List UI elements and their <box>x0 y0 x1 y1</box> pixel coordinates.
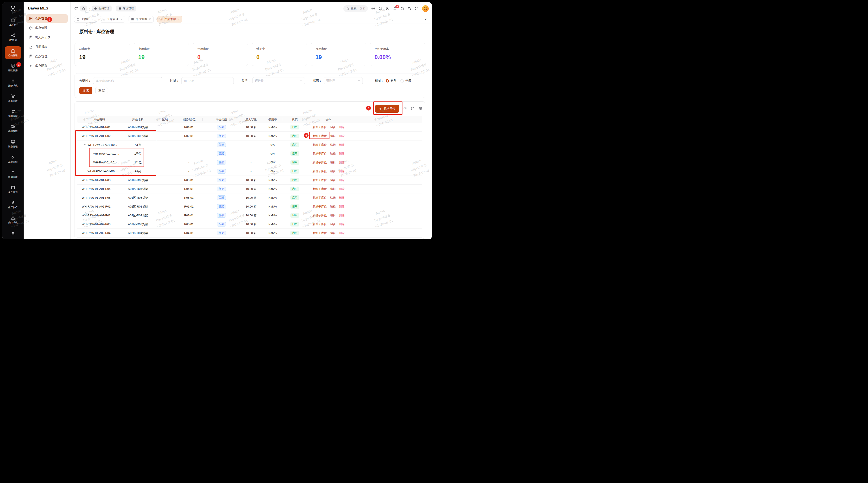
sidebar-item[interactable]: 出入库记录 <box>26 33 68 42</box>
delete-link[interactable]: 删除 <box>339 196 344 200</box>
edit-link[interactable]: 编辑 <box>330 125 336 129</box>
notifications-icon[interactable]: 6 <box>393 7 397 10</box>
edit-link[interactable]: 编辑 <box>330 205 336 209</box>
edit-link[interactable]: 编辑 <box>330 143 336 147</box>
breadcrumb-separator: › <box>89 7 90 10</box>
type-select[interactable]: 请选择 <box>252 77 305 84</box>
tab[interactable]: 库位管理 <box>157 16 182 23</box>
add-child-link[interactable]: 新增子库位 <box>312 134 327 138</box>
add-child-link[interactable]: 新增子库位 <box>312 152 327 156</box>
delete-link[interactable]: 删除 <box>339 170 344 173</box>
edit-link[interactable]: 编辑 <box>330 134 336 138</box>
delete-link[interactable]: 删除 <box>339 187 344 191</box>
add-location-button[interactable]: 新增库位 <box>375 105 399 113</box>
keyword-input[interactable] <box>93 77 162 84</box>
rail-item[interactable]: 采购管理 <box>5 91 21 106</box>
add-child-link[interactable]: 新增子库位 <box>312 178 327 182</box>
add-child-link[interactable]: 新增子库位 <box>312 143 327 147</box>
edit-link[interactable]: 编辑 <box>330 178 336 182</box>
refresh-table-icon[interactable] <box>403 107 407 111</box>
tab-close-icon[interactable] <box>177 18 180 21</box>
rail-item[interactable]: 培训管理 <box>5 167 21 182</box>
tab[interactable]: 仓库管理 <box>100 16 125 23</box>
add-child-link[interactable]: 新增子库位 <box>312 187 327 191</box>
rail-item[interactable]: 溯源系统 <box>5 76 21 91</box>
add-child-link[interactable]: 新增子库位 <box>312 222 327 226</box>
delete-link[interactable]: 删除 <box>339 205 344 209</box>
sidebar-item[interactable]: 库存配置 <box>26 62 68 70</box>
expand-caret-icon[interactable] <box>78 135 80 137</box>
view-radio[interactable]: 列表 <box>401 79 411 83</box>
edit-link[interactable]: 编辑 <box>330 231 336 235</box>
sidebar-item[interactable]: 月度报表 <box>26 43 68 51</box>
breadcrumb-item[interactable]: 库位管理 <box>116 5 136 11</box>
expand-caret-icon[interactable] <box>84 144 86 146</box>
table-row: WH-RAW-01-A01-R01 A01区-R01货架 R01-01 货架 1… <box>78 123 422 132</box>
edit-link[interactable]: 编辑 <box>330 170 336 173</box>
add-child-link[interactable]: 新增子库位 <box>312 231 327 235</box>
search-button[interactable]: 搜 索 <box>79 87 92 94</box>
add-child-link[interactable]: 新增子库位 <box>312 170 327 173</box>
delete-link[interactable]: 删除 <box>339 222 344 226</box>
rail-user-icon[interactable] <box>11 231 15 237</box>
delete-link[interactable]: 删除 <box>339 178 344 182</box>
rail-item[interactable]: 仓储管理 <box>5 46 21 59</box>
edit-link[interactable]: 编辑 <box>330 196 336 200</box>
avatar[interactable] <box>422 5 429 12</box>
add-child-link[interactable]: 新增子库位 <box>312 205 327 209</box>
edit-link[interactable]: 编辑 <box>330 222 336 226</box>
edit-link[interactable]: 编辑 <box>330 213 336 217</box>
delete-link[interactable]: 删除 <box>339 152 344 156</box>
edit-link[interactable]: 编辑 <box>330 152 336 156</box>
delete-link[interactable]: 删除 <box>339 134 344 138</box>
stat-card: 总库位数 19 <box>74 43 130 66</box>
area-input[interactable] <box>181 77 234 84</box>
delete-link[interactable]: 删除 <box>339 143 344 147</box>
fullscreen-table-icon[interactable] <box>411 107 414 111</box>
delete-link[interactable]: 删除 <box>339 160 344 164</box>
reload-icon[interactable] <box>74 7 78 10</box>
theme-icon[interactable] <box>400 7 404 10</box>
add-child-link[interactable]: 新增子库位 <box>312 196 327 200</box>
sidebar-item[interactable]: 盘点管理 <box>26 52 68 61</box>
breadcrumb-home[interactable] <box>80 5 87 11</box>
edit-link[interactable]: 编辑 <box>330 187 336 191</box>
rail-item[interactable]: 设备管理 <box>5 136 21 152</box>
rail-item[interactable]: 工作台 <box>5 14 21 30</box>
column-settings-icon[interactable] <box>418 107 422 111</box>
delete-link[interactable]: 删除 <box>339 231 344 235</box>
translate-icon[interactable] <box>407 7 411 10</box>
fullscreen-icon[interactable] <box>415 7 419 10</box>
rail-item[interactable]: 基础数据 <box>5 60 21 76</box>
sidebar-item[interactable]: 仓库管理 <box>26 14 68 23</box>
tab[interactable]: 库位管理 <box>129 16 154 23</box>
rail-item[interactable]: 生产执行 <box>5 197 21 212</box>
status-select[interactable]: 请选择 <box>324 77 363 84</box>
settings-icon[interactable] <box>371 7 375 10</box>
delete-link[interactable]: 删除 <box>339 125 344 129</box>
tab-close-icon[interactable] <box>120 18 123 21</box>
rail-item[interactable]: 销售管理 <box>5 106 21 121</box>
rail-item[interactable]: 生产计划 <box>5 182 21 197</box>
table-header: 库位编码 库位名称 区域 货架-层-位 库位类型 最大容量 <box>78 116 422 123</box>
tab[interactable]: 工作台 <box>74 16 96 23</box>
breadcrumb-item[interactable]: 仓储管理 <box>92 5 112 11</box>
tab-close-icon[interactable] <box>149 18 151 21</box>
add-child-link[interactable]: 新增子库位 <box>312 125 327 129</box>
view-radio[interactable]: 树形 <box>386 79 397 83</box>
delete-link[interactable]: 删除 <box>339 213 344 217</box>
edit-link[interactable]: 编辑 <box>330 160 336 164</box>
dark-mode-icon[interactable] <box>386 7 390 10</box>
printer-icon[interactable] <box>378 7 382 10</box>
tabs-overflow-icon[interactable] <box>421 17 427 21</box>
rail-item[interactable]: 物流管理 <box>5 121 21 136</box>
sidebar-item[interactable]: 库存管理 <box>26 24 68 32</box>
add-child-link[interactable]: 新增子库位 <box>312 160 327 164</box>
reset-button[interactable]: 重 置 <box>95 87 108 94</box>
search-input[interactable]: 搜索 ⌘ K <box>343 5 368 12</box>
rail-item[interactable]: 安灯系统 <box>5 212 21 228</box>
tab-close-icon[interactable] <box>91 18 94 21</box>
add-child-link[interactable]: 新增子库位 <box>312 213 327 217</box>
rail-item[interactable]: OA协同 <box>5 30 21 45</box>
rail-item[interactable]: 工装管理 <box>5 152 21 167</box>
